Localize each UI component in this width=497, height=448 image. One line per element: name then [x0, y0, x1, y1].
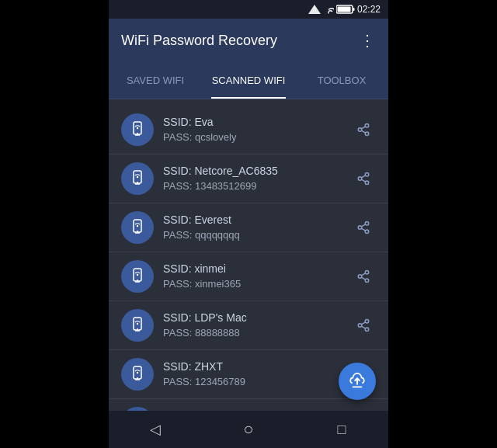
svg-point-10 [358, 128, 362, 132]
signal-icon [308, 5, 321, 14]
svg-point-1 [328, 12, 329, 14]
share-button[interactable] [351, 215, 376, 240]
wifi-item-icon-bg [121, 162, 154, 195]
wifi-item-info: SSID: Netcore_AC6835 PASS: 13483512699 [154, 164, 351, 193]
svg-line-40 [361, 273, 365, 276]
menu-button[interactable]: ⋮ [360, 31, 376, 50]
svg-line-39 [361, 277, 365, 280]
share-button[interactable] [351, 264, 376, 289]
svg-point-19 [358, 177, 362, 181]
fab-upload-button[interactable] [339, 363, 376, 400]
wifi-pass: PASS: 13483512699 [163, 179, 342, 193]
wifi-item-info: SSID: ZHXT PASS: 123456789 [154, 359, 351, 389]
phone-wifi-icon [128, 218, 147, 237]
home-button[interactable]: ○ [233, 414, 264, 445]
list-item[interactable]: SSID: Netcore_AC6835 PASS: 13483512699 [109, 155, 388, 203]
svg-point-8 [137, 127, 138, 129]
wifi-status-icon [323, 5, 334, 14]
svg-line-49 [361, 322, 365, 325]
list-item[interactable]: SSID: Eva PASS: qcslovely [109, 106, 388, 155]
tab-bar: Saved WiFi Scanned WiFi ToolBox [109, 62, 388, 99]
svg-point-45 [365, 320, 369, 324]
phone-wifi-icon [128, 169, 147, 188]
wifi-item-info: SSID: xinmei PASS: xinmei365 [154, 262, 351, 291]
back-button[interactable]: ◁ [140, 414, 171, 445]
svg-line-48 [361, 326, 365, 328]
svg-point-26 [137, 225, 138, 227]
tab-scanned-wifi[interactable]: Scanned WiFi [202, 62, 295, 99]
upload-cloud-icon [349, 373, 366, 390]
wifi-ssid: SSID: Netcore_AC6835 [163, 164, 342, 179]
list-item[interactable]: SSID: wangqingshui201 PASS: 1357924680 [109, 399, 388, 411]
phone-wifi-icon [128, 267, 147, 286]
list-item[interactable]: SSID: LDP's Mac PASS: 88888888 [109, 301, 388, 350]
wifi-item-icon-bg [121, 260, 154, 293]
wifi-pass: PASS: xinmei365 [163, 277, 342, 291]
svg-rect-4 [353, 8, 354, 11]
svg-point-53 [137, 372, 138, 373]
svg-point-9 [365, 124, 369, 128]
svg-point-46 [358, 324, 362, 328]
wifi-pass: PASS: qcslovely [163, 130, 342, 144]
share-button[interactable] [351, 117, 376, 142]
share-button[interactable] [351, 313, 376, 338]
status-time: 02:22 [357, 4, 381, 15]
svg-line-22 [361, 175, 365, 178]
svg-point-35 [137, 274, 138, 276]
tab-saved-wifi[interactable]: Saved WiFi [109, 62, 202, 99]
svg-point-29 [365, 230, 369, 234]
app-bar: WiFi Password Recovery ⋮ [109, 19, 388, 62]
svg-point-47 [365, 328, 369, 332]
wifi-pass: PASS: 88888888 [163, 326, 342, 340]
wifi-item-icon-bg [121, 358, 154, 391]
svg-point-17 [137, 176, 138, 178]
svg-rect-3 [337, 7, 350, 12]
phone-wifi-icon [128, 316, 147, 335]
svg-point-44 [137, 323, 138, 325]
svg-point-11 [365, 132, 369, 136]
status-icons: 02:22 [308, 4, 381, 15]
wifi-ssid: SSID: Everest [163, 213, 342, 228]
phone-wifi-icon [128, 365, 147, 384]
list-item[interactable]: SSID: xinmei PASS: xinmei365 [109, 252, 388, 301]
wifi-ssid: SSID: LDP's Mac [163, 311, 342, 326]
svg-point-37 [358, 275, 362, 279]
recents-button[interactable]: □ [326, 414, 357, 445]
svg-marker-0 [308, 5, 321, 14]
tab-toolbox[interactable]: ToolBox [295, 62, 388, 99]
wifi-item-info: SSID: Everest PASS: qqqqqqqq [154, 213, 351, 242]
svg-line-13 [361, 127, 365, 129]
share-button[interactable] [351, 166, 376, 191]
svg-point-28 [358, 226, 362, 230]
wifi-item-icon-bg [121, 113, 154, 146]
wifi-list: SSID: Eva PASS: qcslovely [109, 99, 388, 411]
wifi-ssid: SSID: xinmei [163, 262, 342, 277]
svg-line-21 [361, 179, 365, 182]
wifi-item-icon-bg [121, 309, 154, 342]
wifi-item-info: SSID: Eva PASS: qcslovely [154, 115, 351, 144]
battery-icon [336, 5, 355, 14]
wifi-pass: PASS: 123456789 [163, 375, 342, 389]
svg-line-30 [361, 228, 365, 231]
phone-container: 02:22 WiFi Password Recovery ⋮ Saved WiF… [109, 0, 388, 448]
svg-point-27 [365, 222, 369, 226]
svg-point-18 [365, 173, 369, 177]
wifi-item-info: SSID: LDP's Mac PASS: 88888888 [154, 311, 351, 340]
share-icon [356, 269, 370, 283]
svg-point-36 [365, 271, 369, 275]
nav-bar: ◁ ○ □ [109, 411, 388, 448]
list-item[interactable]: SSID: Everest PASS: qqqqqqqq [109, 203, 388, 252]
phone-wifi-icon [128, 120, 147, 139]
wifi-ssid: SSID: ZHXT [163, 359, 342, 375]
wifi-ssid: SSID: Eva [163, 115, 342, 130]
share-icon [356, 172, 370, 186]
status-bar: 02:22 [109, 0, 388, 19]
wifi-item-icon-bg [121, 211, 154, 244]
app-title: WiFi Password Recovery [121, 33, 277, 49]
share-icon [356, 221, 370, 234]
wifi-pass: PASS: qqqqqqqq [163, 228, 342, 242]
svg-line-31 [361, 224, 365, 227]
svg-line-12 [361, 130, 365, 133]
svg-point-20 [365, 181, 369, 185]
svg-point-38 [365, 279, 369, 283]
